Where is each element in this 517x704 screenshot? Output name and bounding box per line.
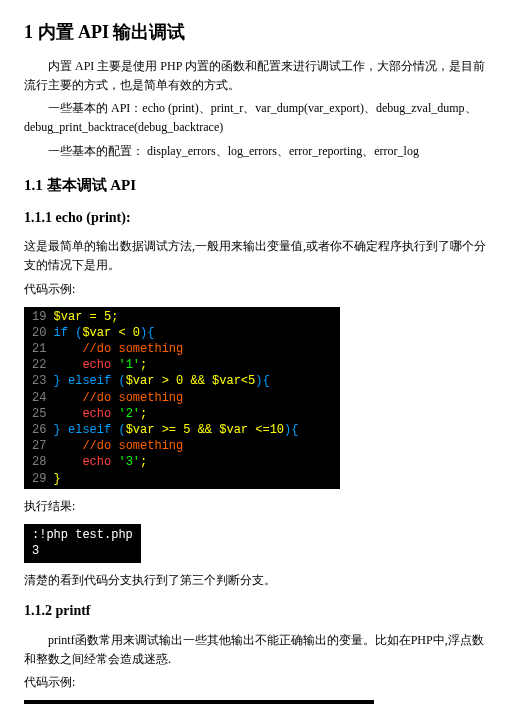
printf-description: printf函数常用来调试输出一些其他输出不能正确输出的变量。比如在PHP中,浮… (24, 631, 493, 669)
code-example-label-1: 代码示例: (24, 280, 493, 299)
heading-1-1-2: 1.1.2 printf (24, 600, 493, 622)
code-block-printf: <? $float = round(1111.11, 2) * 100; $in… (24, 700, 374, 704)
code-block-echo: 19 $var = 5; 20 if ($var < 0){ 21 //do s… (24, 307, 340, 489)
heading-1-1: 1.1 基本调试 API (24, 173, 493, 197)
code-example-label-2: 代码示例: (24, 673, 493, 692)
heading-1: 1 内置 API 输出调试 (24, 18, 493, 47)
echo-description: 这是最简单的输出数据调试方法,一般用来输出变量值,或者你不确定程序执行到了哪个分… (24, 237, 493, 275)
echo-conclusion: 清楚的看到代码分支执行到了第三个判断分支。 (24, 571, 493, 590)
result-label-1: 执行结果: (24, 497, 493, 516)
intro-paragraph-3: 一些基本的配置： display_errors、log_errors、error… (24, 142, 493, 161)
intro-paragraph-2b: debug_print_backtrace(debug_backtrace) (24, 118, 493, 137)
intro-paragraph-1: 内置 API 主要是使用 PHP 内置的函数和配置来进行调试工作，大部分情况，是… (24, 57, 493, 95)
heading-1-1-1: 1.1.1 echo (print): (24, 207, 493, 229)
terminal-output-1: :!php test.php 3 (24, 524, 141, 563)
intro-paragraph-2a: 一些基本的 API：echo (print)、print_r、var_dump(… (24, 99, 493, 118)
